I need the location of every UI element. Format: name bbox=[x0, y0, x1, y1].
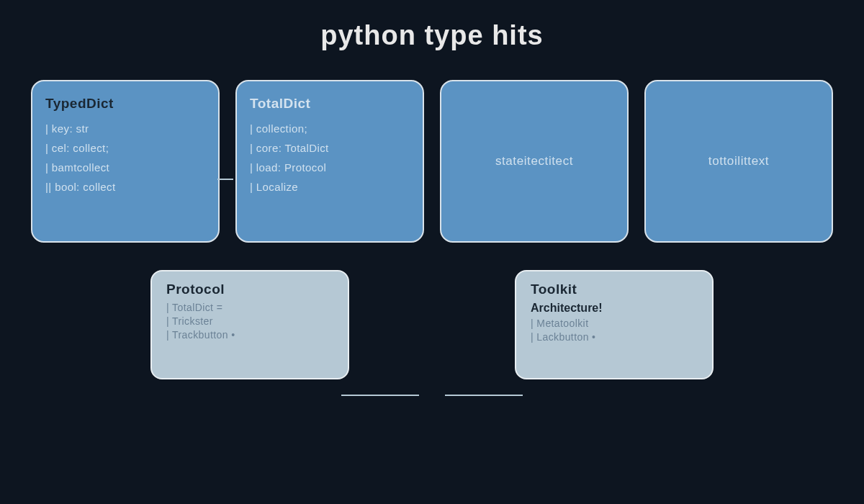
bottom-row: Protocol | TotalDict = | Trickster | Tra… bbox=[0, 243, 864, 379]
card-line: | core: TotalDict bbox=[250, 142, 410, 154]
card-center-text: tottoilittext bbox=[708, 154, 769, 168]
card-line: | cel: collect; bbox=[45, 142, 205, 154]
card-center-text: stateitectitect bbox=[495, 154, 573, 168]
card-line: | Trackbutton • bbox=[166, 329, 333, 341]
card-line: | Lackbutton • bbox=[531, 331, 698, 343]
card-totaldict: TotalDict | collection; | core: TotalDic… bbox=[235, 80, 424, 243]
card-totto: tottoilittext bbox=[644, 80, 833, 243]
card-heading: TotalDict bbox=[250, 96, 410, 112]
connector-top bbox=[217, 179, 233, 180]
card-protocol: Protocol | TotalDict = | Trickster | Tra… bbox=[150, 270, 349, 379]
card-heading: Protocol bbox=[166, 282, 333, 297]
card-subheading: Architecture! bbox=[531, 302, 698, 315]
card-typeddict: TypedDict | key: str | cel: collect; | b… bbox=[31, 80, 220, 243]
card-toolkit: Toolkit Architecture! | Metatoolkit | La… bbox=[515, 270, 714, 379]
card-line: | bamtcollect bbox=[45, 161, 205, 174]
card-stateitect: stateitectitect bbox=[440, 80, 629, 243]
card-line: | key: str bbox=[45, 122, 205, 135]
card-heading: Toolkit bbox=[531, 282, 698, 297]
card-line: | Metatoolkit bbox=[531, 318, 698, 329]
card-line: | Trickster bbox=[166, 315, 333, 327]
card-line: | Localize bbox=[250, 181, 410, 193]
connector-bottom-left bbox=[341, 395, 419, 396]
card-line: | TotalDict = bbox=[166, 302, 333, 313]
card-heading: TypedDict bbox=[45, 96, 205, 112]
card-line: | load: Protocol bbox=[250, 161, 410, 174]
connector-bottom-right bbox=[445, 395, 523, 396]
diagram-title: python type hits bbox=[0, 0, 864, 58]
card-line: || bool: collect bbox=[45, 181, 205, 193]
top-row: TypedDict | key: str | cel: collect; | b… bbox=[0, 58, 864, 243]
card-line: | collection; bbox=[250, 122, 410, 135]
